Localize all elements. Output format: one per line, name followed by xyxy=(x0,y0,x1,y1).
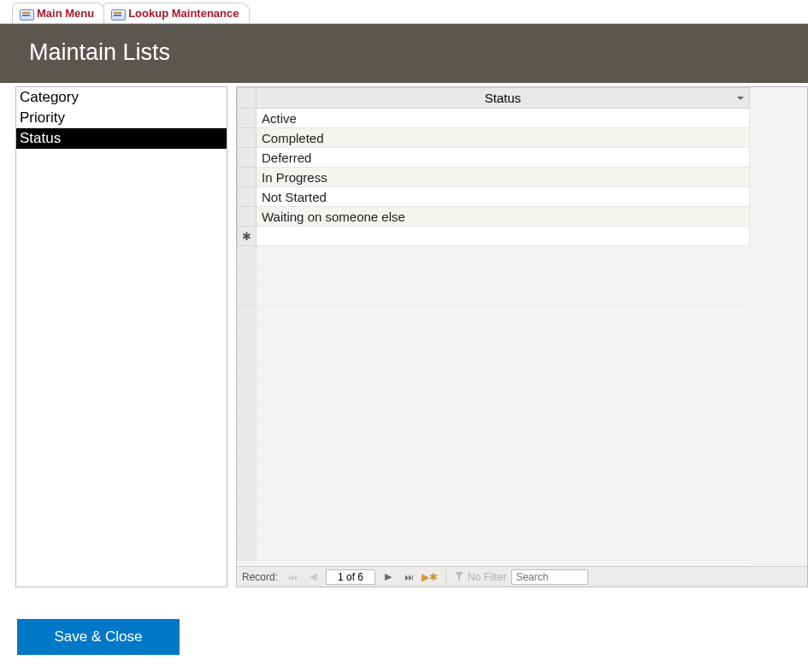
tab-main-menu[interactable]: Main Menu xyxy=(12,3,105,23)
lookup-list: CategoryPriorityStatus xyxy=(15,86,227,587)
page-title-band: Maintain Lists xyxy=(0,24,808,83)
grid-scroll[interactable]: Status ActiveCompletedDeferredIn Progres… xyxy=(237,87,807,566)
empty-row xyxy=(238,325,750,345)
cell-status[interactable]: In Progress xyxy=(257,168,750,187)
empty-cell xyxy=(257,286,750,305)
cell-status[interactable]: Completed xyxy=(257,128,750,148)
table-row[interactable]: Not Started xyxy=(238,187,750,207)
filter-label: No Filter xyxy=(468,571,506,583)
empty-cell xyxy=(257,423,750,443)
column-header-status[interactable]: Status xyxy=(257,88,750,109)
empty-row xyxy=(238,404,750,423)
new-record-marker: ✱ xyxy=(238,227,257,246)
list-item[interactable]: Priority xyxy=(16,108,227,128)
empty-row xyxy=(238,522,750,541)
row-selector xyxy=(238,345,257,364)
row-selector xyxy=(238,266,257,286)
new-record-row[interactable]: ✱ xyxy=(238,227,750,246)
empty-cell xyxy=(257,443,750,463)
record-position-input[interactable] xyxy=(326,569,375,585)
cell-status[interactable]: Deferred xyxy=(257,148,750,168)
cell-status[interactable]: Not Started xyxy=(257,187,750,207)
empty-cell xyxy=(257,502,750,522)
save-close-label: Save & Close xyxy=(55,628,143,645)
row-selector xyxy=(238,482,257,502)
empty-cell xyxy=(257,404,750,423)
row-selector xyxy=(238,404,257,423)
nav-new-record-button[interactable]: ▶✱ xyxy=(422,569,437,585)
separator xyxy=(445,570,446,584)
empty-cell xyxy=(257,463,750,482)
row-selector xyxy=(238,522,257,541)
save-close-button[interactable]: Save & Close xyxy=(17,619,180,655)
row-selector[interactable] xyxy=(238,148,257,168)
empty-row xyxy=(238,482,750,502)
list-item[interactable]: Category xyxy=(16,87,227,108)
row-selector xyxy=(238,286,257,305)
nav-next-button[interactable]: ▶ xyxy=(380,569,396,585)
row-selector xyxy=(238,364,257,384)
empty-row xyxy=(238,345,750,364)
empty-row xyxy=(238,443,750,463)
empty-row xyxy=(238,364,750,384)
row-selector xyxy=(238,423,257,443)
row-selector xyxy=(238,325,257,345)
row-selector xyxy=(238,246,257,266)
empty-row xyxy=(238,266,750,286)
form-icon xyxy=(111,8,124,20)
row-selector xyxy=(238,541,257,561)
chevron-down-icon[interactable] xyxy=(737,97,744,100)
cell-status[interactable]: Waiting on someone else xyxy=(257,207,750,227)
table-row[interactable]: Waiting on someone else xyxy=(238,207,750,227)
tab-label: Main Menu xyxy=(37,7,94,20)
empty-row xyxy=(238,502,750,522)
table-row[interactable]: Completed xyxy=(238,128,750,148)
row-selector xyxy=(238,502,257,522)
empty-cell xyxy=(257,266,750,286)
empty-cell xyxy=(257,246,750,266)
empty-cell xyxy=(257,384,750,404)
row-selector xyxy=(238,443,257,463)
filter-indicator[interactable]: No Filter xyxy=(455,571,506,583)
empty-cell xyxy=(257,345,750,364)
row-selector-header[interactable] xyxy=(238,88,257,109)
empty-row xyxy=(238,423,750,443)
empty-cell xyxy=(257,305,750,325)
nav-first-button[interactable]: ⏮ xyxy=(285,569,300,585)
new-record-cell[interactable] xyxy=(257,227,750,246)
table-row[interactable]: Deferred xyxy=(238,148,750,168)
empty-row xyxy=(238,541,750,561)
data-grid: Status ActiveCompletedDeferredIn Progres… xyxy=(237,87,750,561)
grid-panel: Status ActiveCompletedDeferredIn Progres… xyxy=(236,86,808,587)
cell-status[interactable]: Active xyxy=(257,109,750,128)
row-selector xyxy=(238,384,257,404)
row-selector[interactable] xyxy=(238,187,257,207)
empty-row xyxy=(238,463,750,482)
page-title: Maintain Lists xyxy=(29,39,170,65)
column-header-label: Status xyxy=(485,91,522,105)
empty-cell xyxy=(257,482,750,502)
record-navigator: Record: ⏮ ◀ ▶ ⏭ ▶✱ No Filter xyxy=(237,566,807,587)
row-selector[interactable] xyxy=(238,168,257,187)
row-selector[interactable] xyxy=(238,207,257,227)
row-selector xyxy=(238,305,257,325)
record-label: Record: xyxy=(242,571,278,583)
row-selector[interactable] xyxy=(238,128,257,148)
empty-cell xyxy=(257,364,750,384)
empty-row xyxy=(238,305,750,325)
empty-row xyxy=(238,246,750,266)
tab-lookup-maintenance[interactable]: Lookup Maintenance xyxy=(103,3,250,23)
search-input[interactable] xyxy=(511,569,588,585)
empty-row xyxy=(238,384,750,404)
tabs-bar: Main Menu Lookup Maintenance xyxy=(0,0,808,24)
main-area: CategoryPriorityStatus Status ActiveComp… xyxy=(0,83,808,589)
table-row[interactable]: Active xyxy=(238,109,750,128)
tab-label: Lookup Maintenance xyxy=(128,7,239,20)
funnel-icon xyxy=(455,572,464,581)
form-icon xyxy=(20,8,32,20)
nav-last-button[interactable]: ⏭ xyxy=(401,569,416,585)
nav-prev-button[interactable]: ◀ xyxy=(305,569,321,585)
list-item[interactable]: Status xyxy=(16,128,227,149)
row-selector[interactable] xyxy=(238,109,257,128)
table-row[interactable]: In Progress xyxy=(238,168,750,187)
